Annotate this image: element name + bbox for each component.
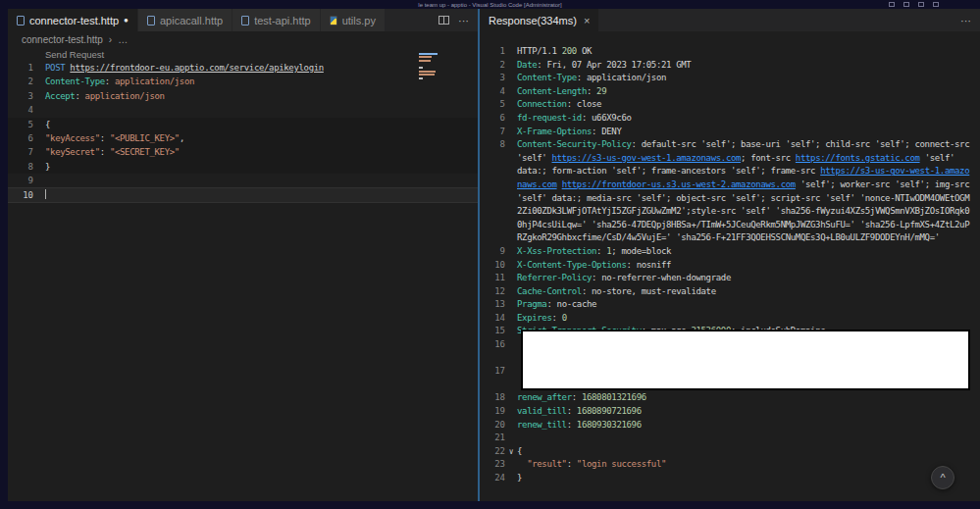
code-text: 'self' [517, 153, 551, 163]
url-link[interactable]: https://s3-us-gov-west-1.amazo [820, 166, 969, 176]
code-text: : [592, 273, 601, 282]
line-number: 22 [480, 445, 505, 459]
fold-gutter [33, 188, 45, 202]
request-editor[interactable]: Send Request 1POST https://frontdoor-eu.… [8, 47, 478, 501]
code-text: : [100, 133, 110, 143]
title-bar: le team up - apptio - Visual Studio Code… [0, 0, 980, 9]
line-number: 2 [480, 59, 505, 73]
fold-gutter [33, 89, 45, 103]
line-number: 2 [8, 75, 33, 88]
code-line: 9X-Xss-Protection: 1; mode=block [480, 245, 980, 259]
line-number [480, 219, 505, 232]
request-code: 1POST https://frontdoor-eu.apptio.com/se… [8, 61, 478, 202]
code-text: 29 [596, 86, 606, 96]
url-link[interactable]: naws.com [517, 179, 557, 189]
breadcrumb-file[interactable]: connector-test.http [22, 34, 103, 45]
tab-label: Response(334ms) [489, 15, 577, 26]
line-number: 24 [480, 472, 505, 485]
breadcrumb[interactable]: connector-test.http › … [8, 31, 478, 47]
code-line: 5{ [8, 118, 478, 131]
tab-label: apicacall.http [160, 15, 223, 26]
code-line: 13Pragma: no-cache [480, 298, 980, 312]
more-actions-icon[interactable]: ··· [458, 15, 469, 26]
fold-gutter [505, 98, 517, 112]
breadcrumb-symbol[interactable]: … [118, 34, 128, 45]
send-request-codelens[interactable]: Send Request [45, 49, 104, 61]
code-line: 18renew_after: 1680801321696 [480, 391, 980, 405]
toggle-sidebar-icon[interactable] [889, 2, 895, 7]
code-line: 2Content-Type: application/json [8, 75, 478, 88]
code-text: : [75, 91, 84, 101]
url-link[interactable]: https://s3-us-gov-west-1.amazonaws.com [551, 153, 741, 163]
code-text: 1680930321696 [577, 420, 642, 430]
code-text: X-Xss-Protection [517, 246, 596, 256]
minimap[interactable] [419, 51, 442, 169]
url-link[interactable]: https://frontdoor-us.s3.us-west-2.amazon… [562, 179, 796, 189]
editor-group-right: Response(334ms) × ··· 1HTTP/1.1 200 OK2D… [480, 9, 980, 501]
scroll-to-top-button[interactable]: ^ [931, 466, 954, 489]
fold-gutter [505, 72, 517, 85]
code-text: 200 [562, 46, 577, 56]
tab-response[interactable]: Response(334ms) × [480, 9, 599, 31]
code-text: 1680890721696 [577, 406, 642, 416]
code-text: no-referrer-when-downgrade [601, 273, 731, 282]
tab-utils-py[interactable]: utils.py [321, 9, 386, 31]
fold-gutter [505, 245, 517, 259]
tab-apicacall-http[interactable]: apicacall.http [138, 9, 232, 31]
fold-gutter [505, 231, 517, 245]
url-link[interactable]: https://frontdoor-eu.apptio.com/service/… [70, 63, 324, 73]
code-line: 9 [8, 174, 478, 187]
line-number: 5 [480, 98, 505, 112]
fold-gutter [505, 165, 517, 178]
code-text: 2Zi00ZDk3LWFjOTAtYjI5ZGFjZGUwZmM2';style… [517, 206, 969, 216]
code-text: , [180, 133, 184, 143]
line-number: 20 [480, 419, 505, 433]
chevron-right-icon: › [109, 34, 112, 45]
code-line: 24} [480, 472, 980, 485]
toggle-secondary-sidebar-icon[interactable] [918, 2, 924, 7]
close-tab-icon[interactable]: × [584, 15, 590, 26]
code-text: 'self'; worker-src 'self'; img-src [796, 179, 969, 189]
code-text: application/json [587, 73, 666, 82]
code-line: naws.com https://frontdoor-us.s3.us-west… [480, 178, 980, 192]
tab-test-api-http[interactable]: test-api.http [232, 9, 320, 31]
code-line: RZgkoR29Ghbxcfime/CsD/4w5VujE=' 'sha256-… [480, 231, 980, 245]
line-number: 21 [480, 432, 505, 445]
line-number: 12 [480, 285, 505, 299]
line-number [480, 379, 505, 392]
fold-gutter [505, 152, 517, 166]
response-editor[interactable]: 1HTTP/1.1 200 OK2Date: Fri, 07 Apr 2023 … [480, 31, 980, 501]
toggle-panel-icon[interactable] [903, 2, 909, 7]
modified-dot-icon[interactable]: ● [124, 16, 129, 25]
tab-connector-test-http[interactable]: connector-test.http ● [8, 9, 138, 31]
fold-chevron-icon[interactable]: ∨ [505, 445, 517, 459]
line-number [480, 352, 505, 366]
code-text: ; mode=block [611, 246, 671, 256]
more-actions-icon[interactable]: ··· [960, 15, 971, 26]
fold-gutter [505, 391, 517, 405]
python-file-icon [330, 16, 337, 25]
line-number: 4 [8, 103, 33, 117]
customize-layout-icon[interactable] [933, 2, 939, 7]
line-number: 23 [480, 458, 505, 472]
url-link[interactable]: https://fonts.gstatic.com [796, 153, 920, 163]
code-line: 14Expires: 0 [480, 312, 980, 326]
fold-gutter [505, 59, 517, 73]
fold-gutter [505, 45, 517, 59]
code-text: : [567, 99, 577, 109]
code-text: : [546, 299, 556, 309]
fold-gutter [33, 131, 45, 145]
code-text: data:; form-action 'self'; frame-ancesto… [517, 166, 820, 176]
code-text: : [567, 406, 577, 416]
code-line: data:; form-action 'self'; frame-ancesto… [480, 165, 980, 178]
code-line: 23 "result": "login successful" [480, 458, 980, 472]
fold-gutter [505, 419, 517, 433]
code-line: 12Cache-Control: no-store, must-revalida… [480, 285, 980, 299]
code-text: DENY [601, 127, 621, 136]
code-text: nosniff [637, 260, 671, 270]
activity-bar[interactable] [0, 9, 8, 501]
line-number [480, 231, 505, 245]
split-editor-icon[interactable] [438, 16, 449, 25]
line-number: 3 [480, 72, 505, 85]
left-tab-bar: connector-test.http ● apicacall.http tes… [8, 9, 478, 31]
